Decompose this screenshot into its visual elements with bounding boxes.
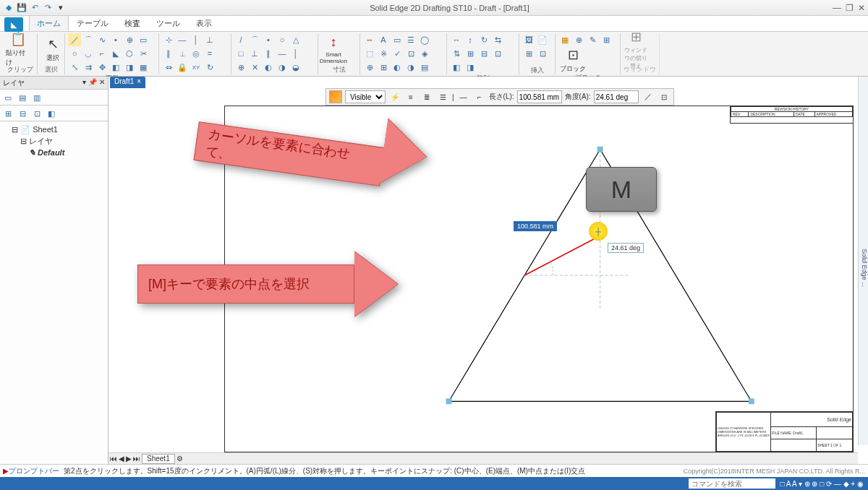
sheet-tab-sheet1[interactable]: Sheet1	[142, 454, 175, 464]
point-tool[interactable]: •	[109, 33, 122, 46]
window-switch-button[interactable]: ⊞ウィンドウの切り替え	[624, 33, 648, 65]
sheet-tab-config[interactable]: ⚙	[176, 455, 183, 463]
trim-tool[interactable]: ✂	[137, 47, 150, 60]
ar5[interactable]: ⇅	[450, 47, 463, 60]
misc1-tool[interactable]: ◧	[109, 61, 122, 74]
lock-tool[interactable]: 🔒	[176, 61, 189, 74]
is8[interactable]: ∥	[262, 47, 275, 60]
tan-tool[interactable]: ⊥	[203, 33, 216, 46]
shnav-prev[interactable]: ◀	[119, 455, 124, 463]
tree-layers[interactable]: ⊟ レイヤ	[3, 135, 105, 147]
cb-ico6[interactable]: ⌐	[473, 90, 486, 103]
bl1[interactable]: ▦	[558, 33, 571, 46]
an10[interactable]: ◈	[418, 47, 431, 60]
vert-tool[interactable]: │	[190, 33, 203, 46]
conc-tool[interactable]: ◎	[190, 47, 203, 60]
ar8[interactable]: ⊡	[491, 47, 504, 60]
is9[interactable]: —	[276, 47, 289, 60]
lt6[interactable]: ⊡	[30, 107, 43, 120]
conn-tool[interactable]: ⊹	[162, 33, 175, 46]
ar10[interactable]: ◨	[464, 61, 477, 74]
par-tool[interactable]: ∥	[162, 47, 175, 60]
perp-tool[interactable]: ⟂	[176, 47, 189, 60]
lt2[interactable]: ▤	[16, 91, 29, 104]
cb-ico4[interactable]: ☰	[436, 90, 449, 103]
ar4[interactable]: ⇆	[491, 33, 504, 46]
tab-home[interactable]: ホーム	[29, 15, 69, 31]
shnav-last[interactable]: ⏭	[133, 455, 140, 463]
an8[interactable]: ✓	[391, 47, 404, 60]
is1[interactable]: /	[234, 33, 247, 46]
is11[interactable]: ⊕	[234, 61, 247, 74]
curve-tool[interactable]: ∿	[95, 33, 109, 46]
in1[interactable]: 🖼	[522, 33, 535, 46]
is12[interactable]: ✕	[248, 61, 261, 74]
select-button[interactable]: ↖選択	[41, 33, 65, 65]
shnav-first[interactable]: ⏮	[110, 455, 117, 463]
angle-input[interactable]	[594, 90, 639, 103]
qat-more-icon[interactable]: ▾	[55, 2, 67, 14]
is2[interactable]: ⌒	[248, 33, 261, 46]
ctrline-tool[interactable]: ⊕	[123, 33, 136, 46]
tab-inspect[interactable]: 検査	[116, 15, 148, 31]
sym-tool[interactable]: ⇔	[162, 61, 175, 74]
an1[interactable]: ↔	[363, 33, 376, 46]
tab-view[interactable]: 表示	[188, 15, 220, 31]
application-button[interactable]: ◣	[4, 17, 23, 32]
misc3-tool[interactable]: ▦	[137, 61, 150, 74]
ar1[interactable]: ↔	[450, 33, 463, 46]
an14[interactable]: ◑	[404, 61, 417, 74]
is10[interactable]: │	[289, 47, 302, 60]
is14[interactable]: ◑	[276, 61, 289, 74]
ar6[interactable]: ⊞	[464, 47, 477, 60]
arc2-tool[interactable]: ◡	[82, 47, 95, 60]
an13[interactable]: ◐	[391, 61, 404, 74]
linestyle-select[interactable]: Visible	[345, 90, 386, 103]
paste-button[interactable]: 📋貼り付け	[6, 33, 30, 65]
is4[interactable]: ○	[276, 33, 289, 46]
misc2-tool[interactable]: ◨	[123, 61, 136, 74]
line-tool[interactable]: ／	[68, 33, 81, 46]
close-button[interactable]: ✕	[858, 3, 865, 13]
is6[interactable]: □	[234, 47, 247, 60]
document-tab[interactable]: Draft1×	[110, 77, 145, 88]
tree-default[interactable]: ✎ Default	[3, 147, 105, 158]
bl4[interactable]: ⊞	[600, 33, 613, 46]
eq-tool[interactable]: =	[203, 47, 216, 60]
panel-pin-icon[interactable]: ▾ 📌 ✕	[82, 78, 105, 87]
arc-tool[interactable]: ⌒	[82, 33, 95, 46]
an3[interactable]: ▭	[391, 33, 404, 46]
lt3[interactable]: ▥	[30, 91, 43, 104]
in4[interactable]: ⊡	[536, 47, 549, 60]
in2[interactable]: 📄	[536, 33, 549, 46]
block-button[interactable]: ⊡ブロック	[558, 47, 587, 73]
layer-tree[interactable]: ⊟ 📄 Sheet1 ⊟ レイヤ ✎ Default	[0, 121, 108, 161]
ar9[interactable]: ◧	[450, 61, 463, 74]
tab-tools[interactable]: ツール	[148, 15, 188, 31]
close-tab-icon[interactable]: ×	[137, 77, 141, 85]
poly-tool[interactable]: ⬡	[123, 47, 136, 60]
lt1[interactable]: ▭	[1, 91, 14, 104]
save-icon[interactable]: 💾	[16, 2, 27, 14]
an12[interactable]: ⊞	[377, 61, 390, 74]
is5[interactable]: △	[289, 33, 302, 46]
drawing-canvas[interactable]: Draft1× Visible ⚡ ≡ ≣ ☰ | — ⌐ 長さ(L): 角度(…	[109, 77, 868, 473]
is3[interactable]: •	[262, 33, 275, 46]
shnav-next[interactable]: ▶	[126, 455, 132, 463]
bl2[interactable]: ⊕	[572, 33, 585, 46]
offset-tool[interactable]: ⇉	[82, 61, 95, 74]
cb-ico7[interactable]: ／	[642, 90, 655, 103]
smart-dimension-button[interactable]: ↕Smart Dimension	[321, 33, 346, 65]
move-tool[interactable]: ✥	[95, 61, 109, 74]
ar3[interactable]: ↻	[477, 33, 490, 46]
an11[interactable]: ⊕	[363, 61, 376, 74]
rect-tool[interactable]: ▭	[137, 33, 150, 46]
an4[interactable]: ☰	[404, 33, 417, 46]
is7[interactable]: ⊥	[248, 47, 261, 60]
extend-tool[interactable]: ⤡	[68, 61, 81, 74]
is13[interactable]: ◐	[262, 61, 275, 74]
lt4[interactable]: ⊞	[1, 107, 14, 120]
r1-tool[interactable]: ↻	[203, 61, 216, 74]
cb-ico2[interactable]: ≡	[404, 90, 417, 103]
an5[interactable]: ◯	[418, 33, 431, 46]
